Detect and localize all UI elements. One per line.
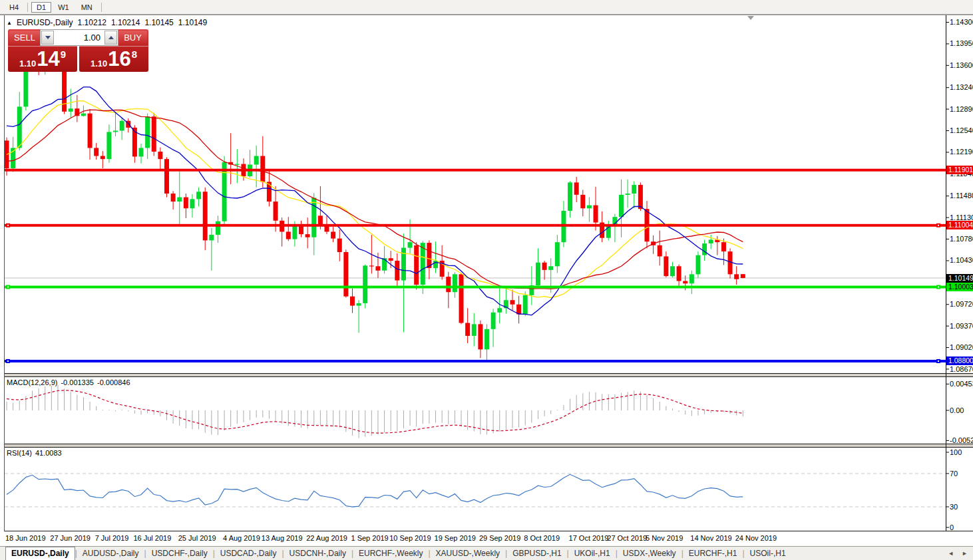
sell-price-pip: 9 bbox=[61, 49, 66, 60]
timeframe-button-h4[interactable]: H4 bbox=[4, 2, 24, 13]
sell-button[interactable]: SELL bbox=[9, 31, 40, 45]
date-axis-label: 24 Nov 2019 bbox=[735, 534, 777, 542]
support-resistance-line[interactable] bbox=[5, 224, 946, 227]
chart-tab-usdx-weekly[interactable]: USDX-,Weekly bbox=[618, 547, 681, 560]
candle-body bbox=[331, 231, 335, 238]
candle-body bbox=[695, 255, 700, 275]
chart-canvas[interactable] bbox=[0, 0, 973, 560]
ohlc-close: 1.10149 bbox=[178, 18, 207, 27]
line-anchor-dot bbox=[7, 360, 9, 362]
candle-body bbox=[100, 156, 105, 160]
buy-button[interactable]: BUY bbox=[118, 31, 147, 45]
macd-axis-label: 0.00 bbox=[950, 406, 964, 414]
candle-body bbox=[446, 277, 451, 292]
price-badge: 1.11004 bbox=[946, 221, 973, 229]
candle-body bbox=[69, 108, 73, 112]
rsi-axis-label: 100 bbox=[950, 448, 962, 456]
candle-body bbox=[274, 202, 278, 221]
candle-body bbox=[574, 182, 579, 195]
macd-axis-label: 0.004536 bbox=[950, 380, 973, 388]
chart-tab-eurchf-h1[interactable]: EURCHF-,H1 bbox=[683, 547, 743, 560]
chart-tab-usdcnh-daily[interactable]: USDCNH-,Daily bbox=[284, 547, 351, 560]
collapse-trade-panel-icon[interactable]: ▲ bbox=[7, 20, 12, 26]
candle-body bbox=[421, 243, 425, 285]
candle-body bbox=[638, 185, 643, 209]
candle-body bbox=[427, 243, 431, 268]
date-axis-label: 19 Sep 2019 bbox=[435, 534, 476, 542]
candle-body bbox=[318, 215, 323, 225]
chart-tab-eurusd-daily[interactable]: EURUSD-,Daily bbox=[5, 547, 75, 560]
candle-body bbox=[152, 116, 156, 152]
line-anchor-dot bbox=[7, 225, 9, 226]
candle-body bbox=[350, 297, 355, 306]
pane-splitter[interactable] bbox=[5, 374, 973, 376]
chart-tab-audusd-daily[interactable]: AUDUSD-,Daily bbox=[77, 547, 144, 560]
chart-tab-eurchf-weekly[interactable]: EURCHF-,Weekly bbox=[353, 547, 428, 560]
price-badge: 1.10149 bbox=[946, 274, 973, 283]
timeframe-button-d1[interactable]: D1 bbox=[31, 2, 51, 13]
date-axis-label: 29 Sep 2019 bbox=[479, 534, 520, 542]
buy-price-pip: 8 bbox=[132, 49, 137, 60]
support-resistance-line[interactable] bbox=[5, 286, 946, 289]
candle-body bbox=[190, 199, 194, 208]
candle-body bbox=[433, 261, 438, 268]
buy-price-display: 1.10 16 8 bbox=[79, 46, 148, 72]
candle-body bbox=[158, 152, 162, 159]
tab-scroll-right-icon[interactable]: ► bbox=[962, 550, 968, 557]
rsi-axis-label: 30 bbox=[950, 503, 958, 511]
price-badge: 1.10003 bbox=[946, 283, 973, 291]
candle-body bbox=[670, 266, 675, 276]
chart-tab-xauusd-weekly[interactable]: XAUUSD-,Weekly bbox=[431, 547, 505, 560]
candle-body bbox=[299, 225, 303, 234]
candle-body bbox=[587, 206, 592, 209]
support-resistance-line[interactable] bbox=[5, 360, 946, 362]
ohlc-high: 1.10214 bbox=[111, 18, 140, 27]
candle-body bbox=[689, 274, 694, 283]
candle-body bbox=[139, 148, 144, 156]
sell-price-main: 1.10 bbox=[19, 59, 36, 69]
buy-price-main: 1.10 bbox=[91, 59, 107, 69]
candle-body bbox=[81, 114, 86, 116]
price-axis-label: 1.13600 bbox=[950, 61, 973, 69]
pane-splitter[interactable] bbox=[5, 444, 973, 447]
tab-scroll-left-icon[interactable]: ◄ bbox=[948, 550, 954, 557]
candle-body bbox=[209, 235, 214, 240]
date-axis-label: 22 Aug 2019 bbox=[306, 534, 347, 542]
candle-body bbox=[472, 324, 477, 336]
candle-body bbox=[741, 274, 745, 278]
date-axis-label: 18 Jun 2019 bbox=[5, 534, 46, 542]
candle-body bbox=[94, 148, 98, 156]
candle-body bbox=[453, 274, 457, 292]
candle-body bbox=[580, 195, 585, 208]
macd-indicator-label: MACD(12,26,9) -0.001335 -0.000846 bbox=[7, 378, 130, 386]
toolbar-separator bbox=[101, 3, 102, 12]
timeframe-button-mn[interactable]: MN bbox=[76, 2, 98, 13]
chart-tab-usdcad-daily[interactable]: USDCAD-,Daily bbox=[215, 547, 282, 560]
chart-tab-ukoil-h1[interactable]: UKOil-,H1 bbox=[569, 547, 616, 560]
candle-body bbox=[164, 159, 169, 194]
chart-tab-gbpusd-h1[interactable]: GBPUSD-,H1 bbox=[507, 547, 566, 560]
date-axis-label: 7 Jul 2019 bbox=[95, 534, 129, 542]
volume-input[interactable] bbox=[55, 30, 104, 45]
timeframe-button-w1[interactable]: W1 bbox=[53, 2, 75, 13]
candle-body bbox=[292, 225, 297, 239]
symbol-period-label: EURUSD-,Daily bbox=[17, 18, 73, 27]
triangle-up-icon bbox=[108, 36, 114, 39]
candle-body bbox=[626, 194, 630, 195]
volume-increase-button[interactable] bbox=[104, 31, 117, 45]
volume-decrease-button[interactable] bbox=[41, 31, 54, 45]
sell-price-big: 14 bbox=[37, 48, 59, 70]
toolbar-separator bbox=[27, 3, 28, 12]
date-axis-label: 13 Aug 2019 bbox=[262, 534, 303, 542]
chart-tab-usoil-h1[interactable]: USOil-,H1 bbox=[745, 547, 791, 560]
candle-body bbox=[216, 221, 220, 235]
candle-body bbox=[408, 242, 413, 247]
candle-body bbox=[677, 266, 681, 281]
candle-body bbox=[497, 308, 502, 312]
candle-body bbox=[145, 116, 150, 148]
candle-body bbox=[523, 295, 528, 315]
support-resistance-line[interactable] bbox=[5, 169, 946, 172]
price-axis-label: 1.10780 bbox=[950, 235, 973, 243]
price-axis-label: 1.13950 bbox=[950, 39, 973, 47]
chart-tab-usdchf-daily[interactable]: USDCHF-,Daily bbox=[146, 547, 213, 560]
